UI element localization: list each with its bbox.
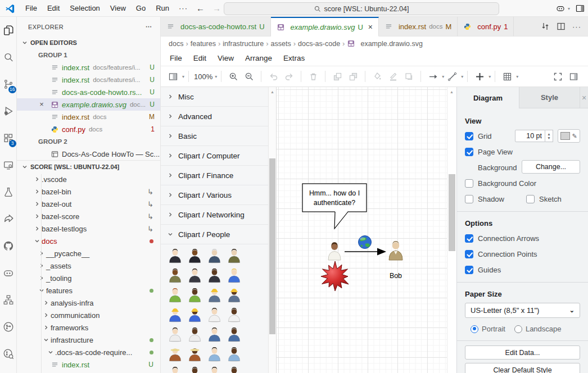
person-shape[interactable] [205, 246, 224, 266]
breadcrumb-item[interactable]: assets [271, 40, 291, 48]
tree-item--vscode[interactable]: .vscode [17, 173, 160, 185]
shadow-checkbox[interactable] [465, 195, 473, 203]
drawio-menu-extras[interactable]: Extras [278, 54, 310, 62]
person-shape[interactable] [165, 344, 185, 364]
activity-live-share-icon[interactable] [0, 206, 17, 233]
canvas-scrollbar-thumb[interactable] [449, 174, 455, 251]
connection-arrow-style-button[interactable] [426, 70, 440, 83]
open-editor-item[interactable]: index.rstdocsM [17, 111, 160, 123]
change-background-button[interactable]: Change... [522, 160, 580, 174]
menubar-item-file[interactable]: File [20, 2, 42, 15]
drawio-menu-edit[interactable]: Edit [188, 54, 212, 62]
tree-item-bazel-bin[interactable]: bazel-bin↳ [17, 185, 160, 198]
activity-remote-explorer-icon[interactable] [0, 152, 17, 179]
palette-section-clipart-people[interactable]: Clipart / People [161, 225, 268, 244]
open-editor-item[interactable]: index.rstdocs/features/i...U [17, 61, 160, 74]
guides-checkbox[interactable] [465, 266, 473, 274]
activity-copilot-chat-icon[interactable] [0, 260, 17, 286]
table-button[interactable] [500, 70, 514, 83]
sketch-checkbox[interactable] [526, 195, 535, 203]
breadcrumb-item[interactable]: docs-as-code [298, 40, 340, 48]
activity-testing-icon[interactable] [0, 179, 17, 206]
person-shape[interactable] [185, 325, 205, 344]
tree-item--docs-as-code-require-[interactable]: .docs-as-code-require... [17, 346, 160, 358]
tree-item-docs[interactable]: docs [17, 235, 160, 247]
menubar-item-run[interactable]: Run [151, 2, 174, 15]
layout-panel-icon[interactable] [576, 4, 585, 13]
person-shape[interactable] [224, 266, 244, 285]
tab-docs-as-code-howto-rst[interactable]: docs-as-code-howto.rstU [161, 17, 271, 36]
tree-item-bazel-score[interactable]: bazel-score↳ [17, 210, 160, 222]
open-editor-item[interactable]: conf.pydocs1 [17, 123, 160, 135]
landscape-radio[interactable]: Landscape [514, 325, 562, 333]
open-editor-item[interactable]: ×example.drawio.svgdoc...U [17, 98, 160, 111]
tab-diagram[interactable]: Diagram [457, 87, 519, 108]
activity-search-icon[interactable] [0, 44, 17, 71]
tree-item-features[interactable]: features [17, 284, 160, 297]
breadcrumb-item[interactable]: features [191, 40, 216, 48]
scroll-up-icon[interactable]: ▲ [447, 90, 456, 94]
split-editor-icon[interactable] [557, 22, 566, 31]
zoom-out-button[interactable] [242, 70, 256, 83]
person-shape[interactable] [185, 344, 205, 364]
delete-button[interactable] [306, 70, 320, 83]
to-front-button[interactable] [331, 70, 344, 83]
open-editor-item[interactable]: index.rstdocs/features/i...U [17, 74, 160, 86]
breadcrumb-item[interactable]: example.drawio.svg [347, 39, 422, 48]
undo-button[interactable] [266, 70, 280, 83]
activity-git-graph-icon[interactable] [0, 313, 17, 340]
paper-size-select[interactable]: US-Letter (8,5" x 11") ⌄ [465, 303, 580, 318]
edit-data--button[interactable]: Edit Data... [465, 345, 580, 360]
page-view-checkbox[interactable] [465, 148, 473, 156]
activity-explorer-icon[interactable] [0, 17, 17, 44]
more-menu-button[interactable]: ··· [174, 2, 192, 15]
tree-item-index-rst[interactable]: index.rstU [17, 358, 160, 371]
person-shape[interactable] [165, 305, 185, 325]
grid-size-stepper[interactable]: ▲▼ [545, 130, 553, 142]
tree-item--pycache-[interactable]: __pycache__ [17, 247, 160, 260]
line-style-button[interactable] [445, 70, 459, 83]
bob-label[interactable]: Bob [381, 272, 410, 280]
menubar-item-go[interactable]: Go [131, 2, 151, 15]
tree-item--tooling[interactable]: _tooling [17, 272, 160, 284]
fill-color-button[interactable] [370, 70, 384, 83]
person-shape[interactable] [224, 285, 244, 305]
canvas-scrollbar[interactable]: ▲ [447, 87, 456, 373]
person-shape[interactable] [205, 344, 224, 364]
palette-section-basic[interactable]: Basic [161, 126, 268, 146]
person-shape[interactable] [224, 305, 244, 325]
grid-checkbox[interactable] [465, 132, 473, 140]
redo-button[interactable] [282, 70, 296, 83]
connection-arrows-checkbox[interactable] [465, 234, 473, 243]
close-icon[interactable]: × [37, 98, 46, 111]
palette-scrollbar-thumb[interactable] [269, 158, 275, 334]
palette-section-misc[interactable]: Misc [161, 87, 268, 107]
activity-source-control-icon[interactable]: 16 [0, 71, 17, 98]
activity-hierarchy-icon[interactable] [0, 286, 17, 313]
activity-extensions-icon[interactable]: 3 [0, 125, 17, 152]
menubar-item-edit[interactable]: Edit [42, 2, 65, 15]
palette-section-clipart-computer[interactable]: Clipart / Computer [161, 146, 268, 166]
person-shape[interactable] [185, 266, 205, 285]
close-icon[interactable]: × [368, 22, 373, 31]
tab-example-drawio-svg[interactable]: example.drawio.svgU× [271, 17, 379, 37]
activity-git-graph-search-icon[interactable] [0, 340, 17, 367]
person-shape[interactable] [224, 344, 244, 364]
zoom-level[interactable]: 100% [193, 72, 214, 81]
person-shape[interactable] [165, 364, 185, 373]
menubar-item-view[interactable]: View [105, 2, 131, 15]
person-shape[interactable] [165, 266, 185, 285]
diagram-canvas[interactable]: Hmm... how do I authenticate? Bob [276, 87, 447, 373]
open-editors-header[interactable]: OPEN EDITORS [17, 37, 160, 49]
actor-bob-shape[interactable] [389, 241, 402, 260]
format-panel-toggle-button[interactable] [567, 70, 580, 83]
nav-back-icon[interactable]: ← [192, 3, 209, 13]
nav-forward-icon[interactable]: → [209, 3, 225, 13]
activity-github-icon[interactable] [0, 233, 17, 260]
tree-item-communication[interactable]: communication [17, 309, 160, 321]
portrait-radio[interactable]: Portrait [471, 325, 505, 333]
person-shape[interactable] [205, 285, 224, 305]
person-shape[interactable] [185, 364, 205, 373]
compare-changes-icon[interactable] [541, 22, 550, 31]
person-shape[interactable] [165, 285, 185, 305]
